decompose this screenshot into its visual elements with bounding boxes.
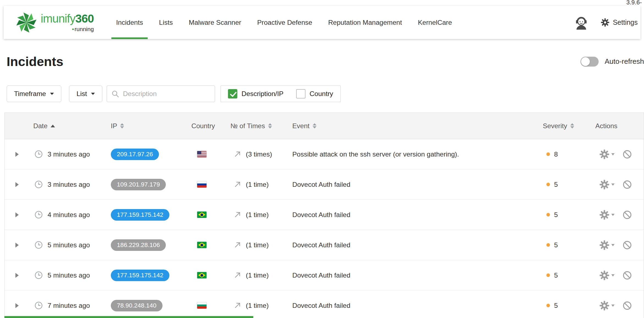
expand-row-button[interactable] (15, 152, 19, 157)
status-dot: • (72, 26, 74, 32)
ignore-ban-icon[interactable] (622, 240, 632, 250)
ignore-ban-icon[interactable] (622, 270, 632, 280)
event-description: Dovecot Auth failed (292, 211, 350, 219)
column-header-ip[interactable]: IP (109, 122, 190, 130)
row-actions-menu-button[interactable] (599, 179, 615, 190)
column-header-date[interactable]: Date (29, 122, 109, 130)
expand-row-button[interactable] (15, 212, 19, 217)
column-header-event[interactable]: Event (291, 122, 536, 130)
country-flag-br (197, 272, 207, 278)
expand-row-button[interactable] (15, 182, 19, 187)
severity-value: 5 (554, 241, 558, 249)
ip-badge[interactable]: 177.159.175.142 (111, 209, 169, 221)
table-row: 3 minutes ago 209.17.97.26 (3 times) Pos… (5, 139, 644, 169)
clock-icon (34, 150, 43, 158)
tab-proactive-defense[interactable]: Proactive Defense (249, 6, 320, 39)
expand-row-button[interactable] (15, 243, 19, 248)
row-actions-menu-button[interactable] (599, 240, 615, 250)
arrow-up-right-icon[interactable] (233, 301, 242, 310)
event-description: Dovecot Auth failed (292, 272, 350, 279)
caret-down-icon (611, 244, 615, 246)
tab-incidents[interactable]: Incidents (108, 6, 151, 39)
times-count: (1 time) (246, 241, 269, 249)
support-agent-icon[interactable] (574, 15, 589, 30)
row-actions-menu-button[interactable] (599, 149, 615, 160)
caret-down-icon (611, 183, 615, 186)
expand-row-button[interactable] (15, 273, 19, 278)
incident-date: 5 minutes ago (48, 272, 90, 279)
brand-name: imunify (41, 12, 75, 25)
tab-reputation-management[interactable]: Reputation Management (320, 6, 410, 39)
auto-refresh-toggle[interactable] (580, 57, 599, 67)
imunify-logo[interactable]: imunify360 •running (16, 6, 94, 39)
tab-kernelcare[interactable]: KernelCare (410, 6, 460, 39)
toggle-knob (581, 57, 590, 66)
severity-dot (546, 213, 550, 216)
settings-button[interactable]: Settings (601, 18, 638, 27)
country-flag-us (197, 151, 207, 157)
table-row: 5 minutes ago 177.159.175.142 (1 time) D… (5, 260, 644, 290)
column-header-times[interactable]: № of Times (229, 122, 291, 130)
column-header-severity[interactable]: Severity (536, 122, 591, 130)
auto-refresh-label: Auto-refresh (605, 57, 644, 66)
ip-badge[interactable]: 177.159.175.142 (111, 270, 169, 281)
ip-badge[interactable]: 78.90.248.140 (111, 300, 163, 311)
ignore-ban-icon[interactable] (622, 301, 632, 311)
severity-dot (546, 273, 550, 277)
severity-dot (546, 304, 550, 307)
ignore-ban-icon[interactable] (622, 180, 632, 190)
page-title: Incidents (7, 54, 63, 69)
table-row: 4 minutes ago 177.159.175.142 (1 time) D… (5, 200, 644, 230)
ip-badge[interactable]: 109.201.97.179 (111, 179, 166, 190)
incident-date: 3 minutes ago (48, 150, 90, 158)
row-actions-menu-button[interactable] (599, 210, 615, 220)
horizontal-scrollbar-thumb[interactable] (4, 316, 253, 318)
brand-suffix: 360 (75, 12, 94, 25)
tab-lists[interactable]: Lists (151, 6, 181, 39)
caret-down-icon (611, 214, 615, 216)
checkbox-description-ip[interactable]: Description/IP (228, 89, 284, 98)
ip-badge[interactable]: 186.229.28.106 (111, 239, 166, 251)
row-actions-menu-button[interactable] (599, 270, 615, 281)
gear-icon (599, 270, 610, 281)
gear-icon (599, 179, 610, 190)
table-body: 3 minutes ago 209.17.97.26 (3 times) Pos… (5, 139, 644, 318)
table-row: 5 minutes ago 186.229.28.106 (1 time) Do… (5, 230, 644, 260)
table-row: 3 minutes ago 109.201.97.179 (1 time) Do… (5, 169, 644, 200)
gear-icon (599, 300, 610, 311)
expand-row-button[interactable] (15, 303, 19, 308)
caret-down-icon (611, 274, 615, 276)
gear-icon (601, 18, 610, 27)
severity-dot (546, 183, 550, 186)
caret-down-icon (611, 153, 615, 155)
column-header-actions: Actions (591, 122, 644, 130)
clock-icon (34, 271, 43, 279)
event-description: Possible attack on the ssh server (or ve… (292, 150, 459, 158)
list-dropdown[interactable]: List (69, 86, 102, 102)
times-count: (1 time) (246, 272, 269, 279)
arrow-up-right-icon[interactable] (233, 241, 242, 249)
checkbox-box[interactable] (228, 89, 237, 98)
clock-icon (34, 301, 43, 310)
arrow-up-right-icon[interactable] (233, 271, 242, 279)
arrow-up-right-icon[interactable] (233, 180, 242, 189)
checkbox-country[interactable]: Country (296, 89, 333, 98)
search-input[interactable] (107, 86, 215, 102)
tab-malware-scanner[interactable]: Malware Scanner (181, 6, 249, 39)
ignore-ban-icon[interactable] (622, 210, 632, 220)
chevron-down-icon (50, 93, 54, 95)
agent-status: •running (41, 26, 94, 32)
ip-badge[interactable]: 209.17.97.26 (111, 149, 159, 160)
arrow-up-right-icon[interactable] (233, 150, 242, 158)
row-actions-menu-button[interactable] (599, 300, 615, 311)
imunify-star-icon (16, 12, 37, 33)
arrow-up-right-icon[interactable] (233, 210, 242, 219)
ignore-ban-icon[interactable] (622, 149, 632, 159)
filter-bar: Timeframe List Description/IP Country (7, 86, 644, 102)
checkbox-box[interactable] (296, 89, 306, 98)
timeframe-dropdown[interactable]: Timeframe (7, 86, 61, 102)
country-flag-bg (197, 302, 207, 309)
clock-icon (34, 241, 43, 249)
incidents-table: Date IP Country № of Times Event Severit… (4, 113, 644, 318)
severity-value: 5 (554, 302, 558, 309)
